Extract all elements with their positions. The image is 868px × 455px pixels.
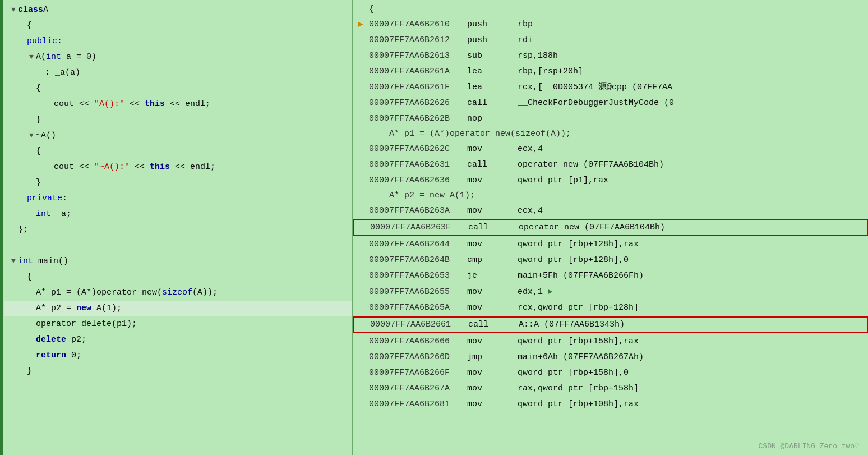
asm-mnemonic: push bbox=[467, 33, 518, 48]
asm-mnemonic: sub bbox=[467, 49, 518, 63]
asm-mnemonic: nop bbox=[467, 112, 518, 126]
code-line-constructor_sig: ▼A(int a = 0) bbox=[4, 49, 352, 65]
fold-spacer bbox=[9, 223, 18, 237]
no-arrow bbox=[358, 33, 369, 48]
asm-mnemonic: mov bbox=[467, 173, 518, 188]
no-arrow bbox=[358, 65, 369, 79]
asm-instruction-line: 00007FF7AA6B263Amov ecx,4 bbox=[353, 203, 868, 219]
no-arrow bbox=[358, 397, 369, 412]
asm-address: 00007FF7AA6B2661 bbox=[370, 318, 468, 332]
fold-spacer bbox=[27, 301, 36, 316]
asm-mnemonic: cmp bbox=[467, 253, 518, 268]
no-arrow bbox=[358, 269, 369, 283]
code-line-stmt3: operator delete(p1); bbox=[4, 316, 352, 332]
no-arrow bbox=[358, 285, 369, 300]
asm-mnemonic: mov bbox=[467, 237, 518, 252]
asm-address: 00007FF7AA6B2636 bbox=[369, 173, 467, 188]
asm-instruction-line: 00007FF7AA6B2644mov qword ptr [rbp+128h]… bbox=[353, 237, 868, 252]
asm-address: 00007FF7AA6B2681 bbox=[369, 397, 467, 412]
no-arrow bbox=[358, 253, 369, 268]
asm-instruction-line: 00007FF7AA6B2636mov qword ptr [p1],rax bbox=[353, 173, 868, 189]
asm-instruction-line: ►00007FF7AA6B2610push rbp bbox=[353, 17, 868, 33]
no-arrow bbox=[358, 158, 369, 172]
fold-spacer bbox=[18, 34, 27, 49]
asm-operand: operator new (07FF7AA6B104Bh) bbox=[518, 158, 664, 172]
asm-address: 00007FF7AA6B2666 bbox=[369, 334, 467, 349]
asm-mnemonic: mov bbox=[467, 366, 518, 380]
asm-instruction-line: 00007FF7AA6B267Amov rax,qword ptr [rbp+1… bbox=[353, 381, 868, 397]
code-line-stmt2: A* p2 = new A(1); bbox=[4, 301, 352, 316]
no-arrow bbox=[359, 220, 370, 235]
no-arrow bbox=[358, 301, 369, 315]
asm-instruction-line: 00007FF7AA6B2681mov qword ptr [rbp+108h]… bbox=[353, 397, 868, 412]
code-line-init_list: : _a(a) bbox=[4, 65, 352, 81]
asm-operand: main+5Fh (07FF7AA6B266Fh) bbox=[518, 269, 644, 283]
asm-operand: rsp,188h bbox=[518, 49, 558, 63]
asm-operand: qword ptr [rbp+128h],0 bbox=[518, 253, 629, 268]
code-line-dtor_open: { bbox=[4, 144, 352, 159]
asm-address: 00007FF7AA6B266D bbox=[369, 350, 467, 365]
asm-operand: rax,qword ptr [rbp+158h] bbox=[518, 382, 639, 396]
fold-spacer bbox=[9, 238, 18, 253]
asm-source-line: { bbox=[353, 2, 868, 17]
asm-address: 00007FF7AA6B266F bbox=[369, 366, 467, 380]
asm-mnemonic: mov bbox=[467, 382, 518, 396]
asm-address: 00007FF7AA6B262C bbox=[369, 142, 467, 157]
asm-operand: rbp bbox=[518, 17, 533, 32]
asm-mnemonic: call bbox=[467, 96, 518, 111]
fold-spacer bbox=[27, 317, 36, 332]
no-arrow bbox=[358, 237, 369, 252]
asm-source-line: A* p2 = new A(1); bbox=[353, 189, 868, 203]
asm-address: 00007FF7AA6B261F bbox=[369, 80, 467, 95]
asm-operand: ecx,4 bbox=[518, 142, 543, 157]
fold-spacer bbox=[27, 176, 36, 190]
fold-spacer bbox=[27, 113, 36, 127]
no-arrow bbox=[358, 80, 369, 95]
asm-mnemonic: call bbox=[467, 158, 518, 172]
asm-address: 00007FF7AA6B2610 bbox=[369, 17, 467, 32]
fold-spacer bbox=[27, 348, 36, 363]
asm-operand: qword ptr [rbp+128h],rax bbox=[518, 237, 639, 252]
asm-operand: A::A (07FF7AA6B1343h) bbox=[519, 318, 625, 332]
no-arrow bbox=[358, 112, 369, 126]
asm-address: 00007FF7AA6B2626 bbox=[369, 96, 467, 111]
asm-address: 00007FF7AA6B262B bbox=[369, 112, 467, 126]
asm-instruction-line: 00007FF7AA6B262Cmov ecx,4 bbox=[353, 141, 868, 157]
fold-spacer bbox=[27, 333, 36, 347]
fold-icon[interactable]: ▼ bbox=[27, 128, 36, 143]
code-line-private_label: private: bbox=[4, 191, 352, 206]
fold-spacer bbox=[18, 19, 27, 33]
asm-mnemonic: jmp bbox=[467, 350, 518, 365]
no-arrow bbox=[358, 204, 369, 218]
asm-address: 00007FF7AA6B263A bbox=[369, 204, 467, 218]
code-line-member_decl: int _a; bbox=[4, 206, 352, 222]
arrow-indicator: ► bbox=[358, 17, 369, 32]
code-line-ctor_open: { bbox=[4, 81, 352, 96]
fold-icon[interactable]: ▼ bbox=[27, 50, 36, 65]
code-line-destructor_sig: ▼~A() bbox=[4, 128, 352, 144]
asm-mnemonic: lea bbox=[467, 65, 518, 79]
asm-mnemonic: call bbox=[468, 220, 519, 235]
fold-spacer bbox=[27, 144, 36, 159]
asm-address: 00007FF7AA6B2644 bbox=[369, 237, 467, 252]
code-line-stmt1: A* p1 = (A*)operator new(sizeof(A)); bbox=[4, 285, 352, 301]
asm-address: 00007FF7AA6B263F bbox=[370, 220, 468, 235]
code-line-class_A_header: ▼class A bbox=[4, 2, 352, 18]
fold-icon[interactable]: ▼ bbox=[9, 3, 18, 17]
code-line-open_brace: { bbox=[4, 18, 352, 34]
asm-instruction-line: 00007FF7AA6B261Alea rbp,[rsp+20h] bbox=[353, 64, 868, 80]
code-line-dtor_close: } bbox=[4, 175, 352, 191]
asm-instruction-line: 00007FF7AA6B2655mov edx,1 ► bbox=[353, 284, 868, 300]
asm-mnemonic: push bbox=[467, 17, 518, 32]
fold-icon[interactable]: ▼ bbox=[9, 254, 18, 269]
fold-spacer bbox=[45, 160, 54, 174]
fold-spacer bbox=[18, 364, 27, 379]
asm-instruction-line: 00007FF7AA6B261Flea rcx,[__0D005374_源@cp… bbox=[353, 80, 868, 95]
asm-operand: rcx,[__0D005374_源@cpp (07FF7AA bbox=[518, 80, 672, 95]
asm-mnemonic: je bbox=[467, 269, 518, 283]
code-line-public_label: public: bbox=[4, 34, 352, 49]
asm-operand: qword ptr [rbp+158h],0 bbox=[518, 366, 629, 380]
asm-operand: qword ptr [rbp+158h],rax bbox=[518, 334, 639, 349]
asm-instruction-line: 00007FF7AA6B265Amov rcx,qword ptr [rbp+1… bbox=[353, 300, 868, 316]
fold-spacer bbox=[27, 81, 36, 96]
